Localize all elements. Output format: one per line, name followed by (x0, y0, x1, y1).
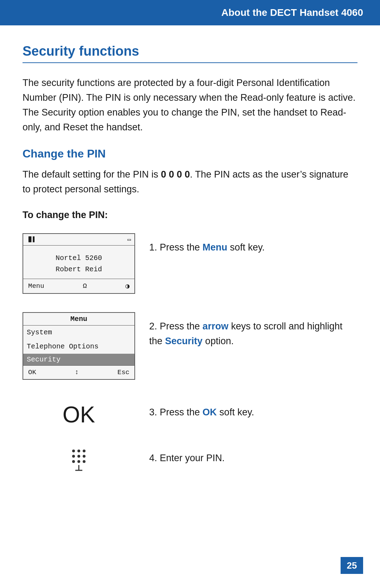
step-2-highlight1: arrow (203, 321, 229, 332)
phone-top-bar: ▐▌▌ ▭ (23, 234, 134, 246)
step-4-icon-cell (23, 444, 135, 480)
to-change-label: To change the PIN: (23, 210, 357, 221)
battery-icon: ▭ (127, 236, 131, 243)
main-content: Security functions The security function… (0, 25, 380, 514)
section-heading: Security functions (23, 44, 357, 63)
pin-default-value: 0 0 0 0 (161, 169, 190, 180)
phone-line2: Robert Reid (30, 264, 127, 275)
svg-point-0 (72, 450, 75, 452)
header-bar: About the DECT Handset 4060 (0, 0, 380, 25)
step-3-icon-cell: OK (23, 398, 135, 431)
step-1-row: ▐▌▌ ▭ Nortel 5260 Robert Reid Menu Ω ◑ 1… (23, 233, 357, 294)
menu-softkeys: OK ↕ Esc (23, 365, 134, 379)
menu-item-telephone-options: Telephone Options (23, 340, 134, 354)
step-2-text-before: Press the (160, 321, 203, 332)
pin-text-before: The default setting for the PIN is (23, 169, 161, 180)
step-1-text-after: soft key. (227, 242, 265, 253)
svg-point-8 (83, 460, 86, 463)
svg-point-4 (77, 455, 80, 458)
menu-screen-mockup: Menu System Telephone Options Security O… (23, 312, 135, 380)
softkey-right: ◑ (126, 282, 129, 290)
svg-point-2 (83, 450, 86, 452)
menu-title: Menu (23, 313, 134, 326)
phone-line1: Nortel 5260 (30, 253, 127, 264)
step-1-highlight: Menu (203, 242, 228, 253)
menu-softkey-arrow: ↕ (75, 369, 79, 376)
step-1-text-before: Press the (160, 242, 203, 253)
svg-point-3 (72, 455, 75, 458)
step-4-row: 4. Enter your PIN. (23, 444, 357, 480)
step-1-text: 1. Press the Menu soft key. (149, 233, 357, 255)
step-2-text: 2. Press the arrow keys to scroll and hi… (149, 312, 357, 349)
svg-point-5 (83, 455, 86, 458)
step-2-highlight2: Security (165, 336, 203, 346)
phone-softkeys: Menu Ω ◑ (23, 279, 134, 293)
pin-default-text: The default setting for the PIN is 0 0 0… (23, 167, 357, 197)
intro-paragraph: The security functions are protected by … (23, 76, 357, 135)
menu-item-security: Security (23, 354, 134, 365)
page-number: 25 (341, 557, 363, 574)
step-1-number: 1. (149, 242, 157, 253)
menu-item-system: System (23, 326, 134, 340)
svg-point-1 (77, 450, 80, 452)
step-4-number: 4. (149, 453, 157, 463)
svg-point-7 (77, 460, 80, 463)
step-2-row: Menu System Telephone Options Security O… (23, 312, 357, 380)
menu-softkey-esc: Esc (118, 369, 129, 376)
step-3-highlight: OK (203, 407, 217, 417)
svg-point-6 (72, 460, 75, 463)
step-4-text: 4. Enter your PIN. (149, 444, 357, 466)
sub-heading-change-pin: Change the PIN (23, 147, 357, 160)
ok-icon: OK (63, 402, 95, 428)
step-2-device: Menu System Telephone Options Security O… (23, 312, 135, 380)
step-2-text-after: option. (203, 336, 234, 346)
keypad-icon (68, 447, 89, 476)
step-3-text-after: soft key. (217, 407, 254, 417)
menu-softkey-ok: OK (28, 369, 36, 376)
step-3-row: OK 3. Press the OK soft key. (23, 398, 357, 431)
step-2-number: 2. (149, 321, 157, 332)
phone-screen-mockup: ▐▌▌ ▭ Nortel 5260 Robert Reid Menu Ω ◑ (23, 233, 135, 294)
softkey-left: Menu (28, 282, 44, 290)
step-3-text: 3. Press the OK soft key. (149, 398, 357, 420)
step-4-text-content: Enter your PIN. (160, 453, 225, 463)
step-3-number: 3. (149, 407, 157, 417)
header-title: About the DECT Handset 4060 (221, 7, 363, 18)
phone-body: Nortel 5260 Robert Reid (23, 246, 134, 279)
step-1-device: ▐▌▌ ▭ Nortel 5260 Robert Reid Menu Ω ◑ (23, 233, 135, 294)
signal-icon: ▐▌▌ (27, 236, 36, 243)
step-3-text-before: Press the (160, 407, 203, 417)
softkey-middle: Ω (83, 282, 87, 290)
